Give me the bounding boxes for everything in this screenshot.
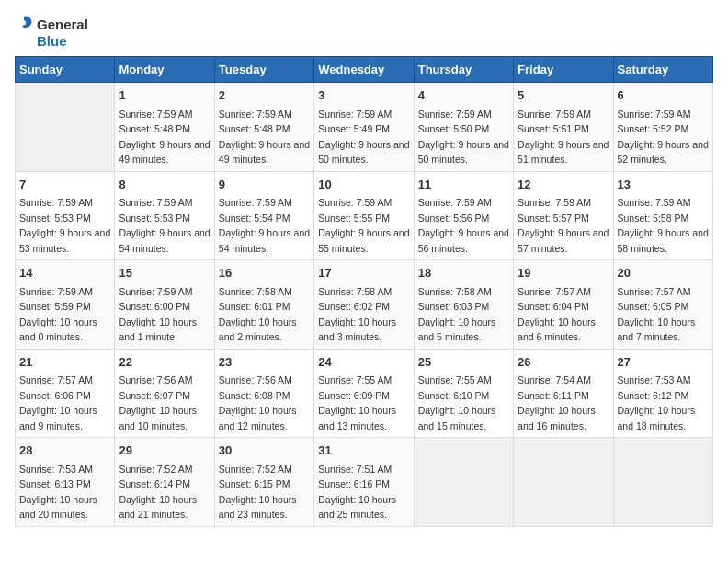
day-number: 23: [219, 353, 310, 372]
day-number: 27: [618, 353, 709, 372]
day-info: Sunrise: 7:53 AMSunset: 6:12 PMDaylight:…: [618, 374, 696, 431]
day-info: Sunrise: 7:59 AMSunset: 5:54 PMDaylight:…: [219, 197, 310, 254]
day-header-friday: Friday: [514, 57, 613, 83]
day-header-thursday: Thursday: [414, 57, 513, 83]
day-cell: 29Sunrise: 7:52 AMSunset: 6:14 PMDayligh…: [115, 438, 214, 527]
day-info: Sunrise: 7:59 AMSunset: 5:48 PMDaylight:…: [119, 109, 210, 166]
day-cell: 18Sunrise: 7:58 AMSunset: 6:03 PMDayligh…: [414, 260, 513, 350]
day-header-tuesday: Tuesday: [214, 57, 313, 83]
day-info: Sunrise: 7:57 AMSunset: 6:04 PMDaylight:…: [518, 286, 596, 343]
logo-general-text: General: [37, 17, 88, 32]
day-header-wednesday: Wednesday: [314, 57, 414, 83]
day-number: 13: [618, 176, 709, 194]
day-number: 6: [618, 86, 709, 105]
day-cell: 3Sunrise: 7:59 AMSunset: 5:49 PMDaylight…: [314, 83, 414, 172]
day-number: 21: [19, 353, 110, 372]
day-cell: 5Sunrise: 7:59 AMSunset: 5:51 PMDaylight…: [514, 83, 613, 172]
day-number: 28: [19, 442, 110, 460]
day-info: Sunrise: 7:51 AMSunset: 6:16 PMDaylight:…: [318, 464, 396, 521]
day-number: 3: [318, 86, 409, 105]
day-cell: 11Sunrise: 7:59 AMSunset: 5:56 PMDayligh…: [414, 171, 513, 260]
day-info: Sunrise: 7:59 AMSunset: 5:57 PMDaylight:…: [518, 197, 609, 254]
day-cell: 20Sunrise: 7:57 AMSunset: 6:05 PMDayligh…: [613, 260, 712, 350]
day-number: 25: [418, 353, 509, 372]
day-cell: 9Sunrise: 7:59 AMSunset: 5:54 PMDaylight…: [214, 171, 313, 260]
day-header-monday: Monday: [115, 57, 214, 83]
day-cell: [514, 438, 613, 527]
day-number: 30: [219, 442, 310, 460]
day-cell: 28Sunrise: 7:53 AMSunset: 6:13 PMDayligh…: [16, 438, 115, 527]
day-cell: 24Sunrise: 7:55 AMSunset: 6:09 PMDayligh…: [314, 349, 414, 438]
day-info: Sunrise: 7:52 AMSunset: 6:14 PMDaylight:…: [119, 464, 197, 521]
day-number: 22: [119, 353, 210, 372]
day-info: Sunrise: 7:59 AMSunset: 5:52 PMDaylight:…: [618, 109, 709, 166]
logo-blue-text: Blue: [37, 33, 67, 49]
day-cell: 13Sunrise: 7:59 AMSunset: 5:58 PMDayligh…: [613, 171, 712, 260]
day-cell: 27Sunrise: 7:53 AMSunset: 6:12 PMDayligh…: [613, 349, 712, 438]
day-cell: 6Sunrise: 7:59 AMSunset: 5:52 PMDaylight…: [613, 83, 712, 172]
day-info: Sunrise: 7:57 AMSunset: 6:06 PMDaylight:…: [19, 374, 97, 431]
logo-bird-icon: [15, 15, 35, 33]
day-number: 14: [19, 264, 110, 282]
day-info: Sunrise: 7:53 AMSunset: 6:13 PMDaylight:…: [19, 464, 97, 521]
day-info: Sunrise: 7:52 AMSunset: 6:15 PMDaylight:…: [219, 464, 297, 521]
day-number: 29: [119, 442, 210, 460]
day-cell: 4Sunrise: 7:59 AMSunset: 5:50 PMDaylight…: [414, 83, 513, 172]
day-number: 7: [19, 176, 110, 194]
day-header-saturday: Saturday: [613, 57, 712, 83]
day-info: Sunrise: 7:59 AMSunset: 5:59 PMDaylight:…: [19, 286, 97, 343]
day-number: 11: [418, 176, 509, 194]
day-cell: [414, 438, 513, 527]
day-number: 5: [518, 86, 609, 105]
day-number: 9: [219, 176, 310, 194]
day-info: Sunrise: 7:59 AMSunset: 5:55 PMDaylight:…: [318, 197, 409, 254]
day-cell: 23Sunrise: 7:56 AMSunset: 6:08 PMDayligh…: [214, 349, 313, 438]
day-header-sunday: Sunday: [16, 57, 115, 83]
week-row-5: 28Sunrise: 7:53 AMSunset: 6:13 PMDayligh…: [16, 438, 713, 527]
day-cell: 30Sunrise: 7:52 AMSunset: 6:15 PMDayligh…: [214, 438, 313, 527]
day-cell: 2Sunrise: 7:59 AMSunset: 5:48 PMDaylight…: [214, 83, 313, 172]
logo: General Blue: [15, 15, 88, 49]
day-number: 10: [318, 176, 409, 194]
week-row-1: 1Sunrise: 7:59 AMSunset: 5:48 PMDaylight…: [16, 83, 713, 172]
day-number: 18: [418, 264, 509, 282]
day-number: 1: [119, 86, 210, 105]
day-cell: 25Sunrise: 7:55 AMSunset: 6:10 PMDayligh…: [414, 349, 513, 438]
day-cell: 10Sunrise: 7:59 AMSunset: 5:55 PMDayligh…: [314, 171, 414, 260]
day-cell: 16Sunrise: 7:58 AMSunset: 6:01 PMDayligh…: [214, 260, 313, 350]
day-info: Sunrise: 7:57 AMSunset: 6:05 PMDaylight:…: [618, 286, 696, 343]
day-cell: 19Sunrise: 7:57 AMSunset: 6:04 PMDayligh…: [514, 260, 613, 350]
day-info: Sunrise: 7:56 AMSunset: 6:07 PMDaylight:…: [119, 374, 197, 431]
day-cell: 1Sunrise: 7:59 AMSunset: 5:48 PMDaylight…: [115, 83, 214, 172]
header: General Blue: [15, 15, 713, 49]
day-cell: 8Sunrise: 7:59 AMSunset: 5:53 PMDaylight…: [115, 171, 214, 260]
day-info: Sunrise: 7:58 AMSunset: 6:03 PMDaylight:…: [418, 286, 496, 343]
day-number: 15: [119, 264, 210, 282]
day-number: 4: [418, 86, 509, 105]
week-row-2: 7Sunrise: 7:59 AMSunset: 5:53 PMDaylight…: [16, 171, 713, 260]
day-cell: 21Sunrise: 7:57 AMSunset: 6:06 PMDayligh…: [16, 349, 115, 438]
day-info: Sunrise: 7:59 AMSunset: 5:53 PMDaylight:…: [19, 197, 110, 254]
day-number: 12: [518, 176, 609, 194]
day-cell: 22Sunrise: 7:56 AMSunset: 6:07 PMDayligh…: [115, 349, 214, 438]
day-number: 2: [219, 86, 310, 105]
day-number: 8: [119, 176, 210, 194]
week-row-3: 14Sunrise: 7:59 AMSunset: 5:59 PMDayligh…: [16, 260, 713, 350]
day-number: 20: [618, 264, 709, 282]
day-info: Sunrise: 7:54 AMSunset: 6:11 PMDaylight:…: [518, 374, 596, 431]
day-number: 24: [318, 353, 409, 372]
week-row-4: 21Sunrise: 7:57 AMSunset: 6:06 PMDayligh…: [16, 349, 713, 438]
day-cell: 14Sunrise: 7:59 AMSunset: 5:59 PMDayligh…: [16, 260, 115, 350]
day-cell: 12Sunrise: 7:59 AMSunset: 5:57 PMDayligh…: [514, 171, 613, 260]
day-number: 31: [318, 442, 409, 460]
day-cell: [16, 83, 115, 172]
day-info: Sunrise: 7:59 AMSunset: 5:51 PMDaylight:…: [518, 109, 609, 166]
day-number: 16: [219, 264, 310, 282]
day-cell: 26Sunrise: 7:54 AMSunset: 6:11 PMDayligh…: [514, 349, 613, 438]
day-number: 19: [518, 264, 609, 282]
day-info: Sunrise: 7:58 AMSunset: 6:02 PMDaylight:…: [318, 286, 396, 343]
day-number: 17: [318, 264, 409, 282]
day-cell: 17Sunrise: 7:58 AMSunset: 6:02 PMDayligh…: [314, 260, 414, 350]
day-number: 26: [518, 353, 609, 372]
day-info: Sunrise: 7:59 AMSunset: 5:56 PMDaylight:…: [418, 197, 509, 254]
